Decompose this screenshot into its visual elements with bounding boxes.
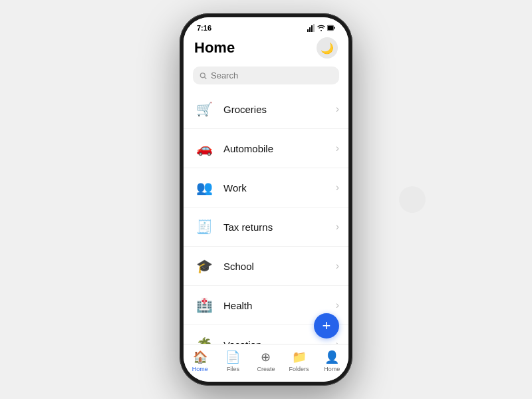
svg-rect-6 — [334, 27, 335, 29]
chevron-work: › — [336, 182, 339, 194]
tab-label-files: Files — [227, 366, 239, 372]
tab-icon-home: 🏠 — [193, 350, 207, 364]
list-item-tax-returns[interactable]: 🧾 Tax returns › — [184, 207, 348, 247]
wifi-icon — [317, 24, 325, 32]
tab-label-profile: Home — [324, 366, 340, 372]
header: Home 🌙 — [184, 35, 348, 64]
label-school: School — [223, 261, 328, 272]
status-icons — [307, 24, 335, 32]
tab-profile[interactable]: 👤 Home — [319, 350, 345, 372]
status-time: 7:16 — [197, 24, 211, 32]
tab-bar: 🏠 Home 📄 Files ⊕ Create 📁 Folders 👤 Home — [184, 344, 348, 382]
icon-tax-returns: 🧾 — [193, 215, 215, 238]
label-automobile: Automobile — [223, 143, 328, 154]
icon-work: 👥 — [193, 176, 215, 199]
chevron-health: › — [336, 299, 339, 311]
signal-icon — [307, 24, 315, 32]
tab-icon-profile: 👤 — [325, 350, 339, 364]
floating-circle — [399, 186, 426, 213]
list-item-automobile[interactable]: 🚗 Automobile › — [184, 129, 348, 168]
svg-rect-0 — [307, 29, 309, 32]
battery-icon — [327, 24, 335, 32]
icon-automobile: 🚗 — [193, 137, 215, 160]
chevron-school: › — [336, 260, 339, 272]
label-health: Health — [223, 300, 328, 311]
tab-icon-folders: 📁 — [292, 350, 307, 364]
label-work: Work — [223, 182, 328, 194]
search-icon — [200, 72, 207, 80]
search-input[interactable] — [211, 70, 332, 80]
tab-folders[interactable]: 📁 Folders — [286, 350, 313, 372]
icon-groceries: 🛒 — [193, 98, 215, 120]
tab-files[interactable]: 📄 Files — [219, 350, 246, 372]
icon-health: 🏥 — [193, 294, 215, 317]
svg-line-8 — [205, 77, 207, 79]
icon-vacation: 🌴 — [193, 333, 215, 344]
plus-icon: + — [323, 317, 331, 334]
status-bar: 7:16 — [184, 17, 348, 35]
chevron-groceries: › — [336, 103, 339, 115]
tab-label-folders: Folders — [289, 366, 309, 372]
phone-screen: 7:16 — [184, 17, 348, 382]
dark-mode-button[interactable]: 🌙 — [317, 37, 338, 59]
moon-icon: 🌙 — [321, 42, 334, 55]
tab-icon-create: ⊕ — [261, 350, 271, 364]
add-button[interactable]: + — [314, 313, 339, 338]
page-title: Home — [194, 39, 235, 57]
list-container: 🛒 Groceries › 🚗 Automobile › 👥 Work › 🧾 … — [184, 90, 348, 344]
tab-label-home: Home — [192, 366, 208, 372]
chevron-tax-returns: › — [336, 221, 339, 233]
tab-home[interactable]: 🏠 Home — [187, 350, 213, 372]
tab-icon-files: 📄 — [225, 350, 240, 364]
label-vacation: Vacation — [223, 339, 328, 344]
label-tax-returns: Tax returns — [223, 221, 328, 233]
list-item-work[interactable]: 👥 Work › — [184, 168, 348, 207]
chevron-automobile: › — [336, 142, 339, 154]
label-groceries: Groceries — [223, 104, 328, 115]
phone-frame: 7:16 — [180, 13, 352, 386]
svg-rect-3 — [313, 24, 315, 32]
search-bar[interactable] — [193, 66, 339, 84]
chevron-vacation: › — [336, 338, 339, 344]
tab-create[interactable]: ⊕ Create — [253, 350, 279, 372]
svg-point-7 — [200, 72, 205, 77]
svg-rect-2 — [311, 25, 313, 32]
svg-rect-1 — [309, 27, 311, 32]
tab-label-create: Create — [257, 366, 275, 372]
list-item-groceries[interactable]: 🛒 Groceries › — [184, 90, 348, 129]
list-item-school[interactable]: 🎓 School › — [184, 247, 348, 286]
icon-school: 🎓 — [193, 255, 215, 277]
svg-rect-5 — [328, 26, 333, 30]
